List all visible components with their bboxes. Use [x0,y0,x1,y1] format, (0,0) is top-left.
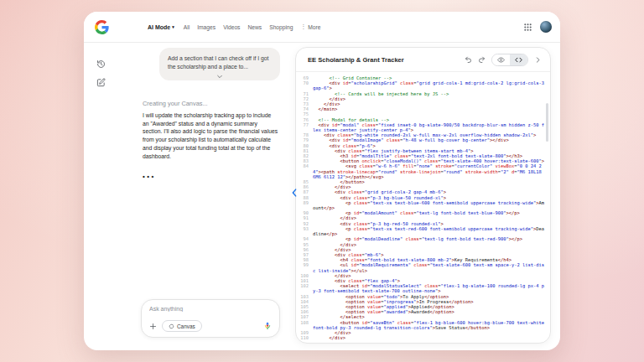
canvas-chip-label: Canvas [177,323,195,329]
more-icon: ⋮ [300,23,306,30]
nav-images[interactable]: Images [197,24,216,30]
chevron-down-icon: ▾ [172,24,174,29]
left-rail [91,59,111,88]
tab-ai-mode[interactable]: AI Mode ▾ [148,24,174,30]
code-lines: 69 <!-- Grid Container -->70 <div id="sc… [299,75,545,340]
nav-more-label: More [308,24,320,30]
topbar-right [523,21,552,33]
nav-all[interactable]: All [184,24,190,30]
canvas-title: EE Scholarship & Grant Tracker [308,56,404,64]
canvas-actions [465,54,542,66]
panel-collapse-handle[interactable] [291,189,298,197]
canvas-chip[interactable]: Canvas [162,320,202,332]
ask-input[interactable] [149,306,272,312]
ai-mode-label: AI Mode [148,24,170,30]
nav-news[interactable]: News [247,24,262,30]
google-logo[interactable] [95,20,109,34]
code-line: 93 <p class="text-xs text-red-600 font-s… [299,226,545,236]
compose-icon[interactable] [96,77,106,88]
nav-shopping[interactable]: Shopping [269,24,293,30]
loading-indicator: ••• [143,173,156,180]
code-editor[interactable]: 69 <!-- Grid Container -->70 <div id="sc… [296,73,550,343]
code-line: 110 </div> [299,335,545,340]
search-nav: All Images Videos News Shopping ⋮ More [184,23,321,30]
preview-toggle-button[interactable] [492,54,510,65]
plus-icon[interactable] [149,323,157,330]
code-line: 89 <p class="text-xs text-blue-600 font-… [299,200,545,210]
eye-icon [497,56,505,64]
scrollbar[interactable] [546,103,548,142]
nav-more[interactable]: ⋮ More [300,23,320,30]
assistant-response: I will update the scholarship tracking a… [143,111,278,160]
undo-icon[interactable] [465,56,472,64]
code-line: 70 <div id="scholarshipGrid" class="grid… [299,80,545,90]
canvas-panel: EE Scholarship & Grant Tracker [295,47,551,344]
code-line: 77 <div id="modal" class="fixed inset-0 … [299,122,545,132]
apps-grid-icon[interactable] [523,23,532,32]
chevron-right-icon[interactable] [534,56,542,64]
user-message-text: Add a section that I can check off if I … [168,54,272,70]
nav-videos[interactable]: Videos [223,24,240,30]
redo-icon[interactable] [478,56,486,64]
code-line: 108 <button id="saveBtn" class="flex-1 b… [299,320,545,330]
chat-column: Add a section that I can check off if I … [141,43,280,350]
code-line: 84 <svg class="w-6 h-6" fill="none" stro… [299,163,545,179]
mic-icon[interactable] [263,322,272,330]
code-line: 102 <select id="modalStatusSelect" class… [299,283,545,293]
chevron-left-icon [291,189,298,197]
code-icon [515,56,522,64]
code-toggle-button[interactable] [510,54,527,65]
canvas-loop-icon [169,323,174,329]
history-icon[interactable] [96,59,106,70]
view-toggle [491,54,528,66]
ask-input-box[interactable]: Canvas [141,299,280,338]
google-search-window: AI Mode ▾ All Images Videos News Shoppin… [84,12,560,350]
chevron-down-icon[interactable] [216,73,223,80]
status-text: Creating your Canvas... [143,100,208,107]
top-bar: AI Mode ▾ All Images Videos News Shoppin… [84,12,560,43]
code-line: 99 <ul id="modalRequirements" class="tex… [299,262,545,272]
avatar[interactable] [540,21,552,33]
canvas-panel-header: EE Scholarship & Grant Tracker [296,48,550,72]
composer-toolbar: Canvas [149,320,272,332]
user-message-card[interactable]: Add a section that I can check off if I … [159,48,280,80]
